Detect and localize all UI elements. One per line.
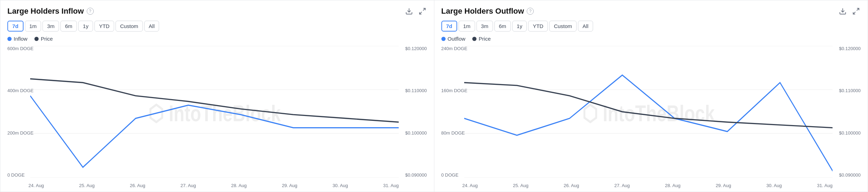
outflow-time-btn-3m[interactable]: 3m (476, 21, 493, 32)
download-icon[interactable] (405, 7, 414, 16)
out-y-right-3: $0.090000 (839, 172, 861, 178)
x-1: 25. Aug (79, 183, 94, 188)
out-x-6: 30. Aug (766, 183, 782, 188)
out-y-right-0: $0.120000 (839, 46, 861, 51)
x-2: 26. Aug (130, 183, 145, 188)
y-left-3: 0 DOGE (7, 172, 33, 178)
inflow-help-icon[interactable]: ? (87, 8, 94, 15)
expand-icon[interactable] (418, 7, 427, 16)
time-btn-7d[interactable]: 7d (7, 21, 24, 32)
inflow-legend-label: Inflow (14, 36, 27, 42)
price-dot-outflow (472, 37, 476, 41)
outflow-time-btn-custom[interactable]: Custom (549, 21, 577, 32)
out-y-left-0: 240m DOGE (441, 46, 467, 51)
outflow-legend: Outflow Price (441, 36, 861, 42)
inflow-legend-primary: Inflow (7, 36, 27, 42)
x-5: 29. Aug (282, 183, 297, 188)
time-btn-6m[interactable]: 6m (60, 21, 77, 32)
out-x-7: 31. Aug (817, 183, 833, 188)
outflow-legend-primary: Outflow (441, 36, 466, 42)
inflow-y-right: $0.120000 $0.110000 $0.100000 $0.090000 (405, 46, 427, 178)
outflow-y-right: $0.120000 $0.110000 $0.100000 $0.090000 (839, 46, 861, 178)
time-btn-ytd[interactable]: YTD (94, 21, 114, 32)
svg-line-9 (857, 8, 859, 11)
outflow-svg: ⬡ IntoTheBlock (464, 46, 833, 178)
outflow-time-btn-1y[interactable]: 1y (512, 21, 527, 32)
time-btn-1y[interactable]: 1y (78, 21, 93, 32)
out-x-4: 28. Aug (665, 183, 680, 188)
outflow-time-btn-7d[interactable]: 7d (441, 21, 458, 32)
out-y-left-2: 80m DOGE (441, 130, 467, 136)
outflow-time-btn-6m[interactable]: 6m (494, 21, 511, 32)
price-legend-label-inflow: Price (41, 36, 53, 42)
inflow-svg: ⬡ IntoTheBlock (30, 46, 399, 178)
outflow-expand-icon[interactable] (851, 7, 861, 16)
outflow-legend-secondary: Price (472, 36, 491, 42)
outflow-time-btn-ytd[interactable]: YTD (528, 21, 548, 32)
out-x-0: 24. Aug (462, 183, 478, 188)
outflow-header: Large Holders Outflow ? (441, 7, 861, 16)
outflow-chart-area: 240m DOGE 160m DOGE 80m DOGE 0 DOGE $0.1… (441, 46, 861, 188)
inflow-legend-secondary: Price (34, 36, 53, 42)
out-x-5: 29. Aug (716, 183, 731, 188)
inflow-chart-area: 600m DOGE 400m DOGE 200m DOGE 0 DOGE $0.… (7, 46, 427, 188)
out-x-3: 27. Aug (614, 183, 630, 188)
time-btn-3m[interactable]: 3m (42, 21, 59, 32)
x-6: 30. Aug (333, 183, 348, 188)
y-right-2: $0.100000 (405, 130, 427, 136)
svg-line-1 (423, 8, 425, 11)
inflow-header: Large Holders Inflow ? (7, 7, 427, 16)
out-x-2: 26. Aug (564, 183, 579, 188)
x-3: 27. Aug (180, 183, 196, 188)
price-dot-inflow (34, 37, 39, 41)
outflow-time-filters: 7d 1m 3m 6m 1y YTD Custom All (441, 21, 861, 32)
outflow-y-left: 240m DOGE 160m DOGE 80m DOGE 0 DOGE (441, 46, 467, 178)
out-x-1: 25. Aug (513, 183, 528, 188)
inflow-legend: Inflow Price (7, 36, 427, 42)
outflow-time-btn-all[interactable]: All (578, 21, 593, 32)
y-left-0: 600m DOGE (7, 46, 33, 51)
outflow-help-icon[interactable]: ? (527, 8, 534, 15)
inflow-time-filters: 7d 1m 3m 6m 1y YTD Custom All (7, 21, 427, 32)
inflow-panel: Large Holders Inflow ? 7d (0, 0, 434, 192)
outflow-title: Large Holders Outflow (441, 7, 524, 16)
inflow-actions (405, 7, 427, 16)
outflow-time-btn-1m[interactable]: 1m (459, 21, 475, 32)
x-0: 24. Aug (28, 183, 44, 188)
outflow-panel: Large Holders Outflow ? 7d (434, 0, 868, 192)
out-y-right-1: $0.110000 (839, 88, 861, 93)
x-4: 28. Aug (231, 183, 246, 188)
y-right-1: $0.110000 (405, 88, 427, 93)
inflow-title-group: Large Holders Inflow ? (7, 7, 94, 16)
y-left-2: 200m DOGE (7, 130, 33, 136)
inflow-x-axis: 24. Aug 25. Aug 26. Aug 27. Aug 28. Aug … (28, 183, 399, 188)
outflow-legend-label: Outflow (448, 36, 466, 42)
time-btn-all[interactable]: All (144, 21, 159, 32)
time-btn-1m[interactable]: 1m (25, 21, 41, 32)
y-right-0: $0.120000 (405, 46, 427, 51)
svg-line-2 (419, 12, 421, 14)
out-y-right-2: $0.100000 (839, 130, 861, 136)
price-legend-label-outflow: Price (479, 36, 491, 42)
outflow-dot (441, 37, 446, 41)
svg-text:⬡ IntoTheBlock: ⬡ IntoTheBlock (582, 101, 715, 126)
outflow-actions (838, 7, 861, 16)
x-7: 31. Aug (383, 183, 399, 188)
inflow-y-left: 600m DOGE 400m DOGE 200m DOGE 0 DOGE (7, 46, 33, 178)
time-btn-custom[interactable]: Custom (116, 21, 143, 32)
svg-line-10 (853, 12, 855, 14)
outflow-x-axis: 24. Aug 25. Aug 26. Aug 27. Aug 28. Aug … (462, 183, 833, 188)
y-right-3: $0.090000 (405, 172, 427, 178)
outflow-title-group: Large Holders Outflow ? (441, 7, 534, 16)
inflow-dot (7, 37, 12, 41)
y-left-1: 400m DOGE (7, 88, 33, 93)
outflow-download-icon[interactable] (838, 7, 847, 16)
inflow-title: Large Holders Inflow (7, 7, 84, 16)
out-y-left-3: 0 DOGE (441, 172, 467, 178)
out-y-left-1: 160m DOGE (441, 88, 467, 93)
